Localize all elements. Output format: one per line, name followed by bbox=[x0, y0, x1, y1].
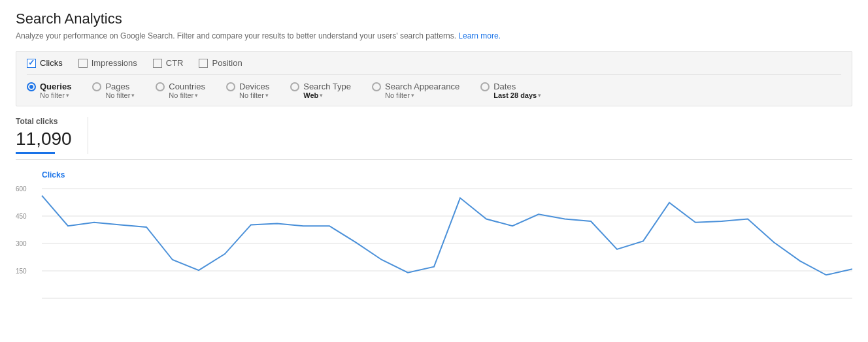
dim-search-appearance[interactable]: Search Appearance No filter ▾ bbox=[372, 82, 459, 99]
pages-radio bbox=[92, 82, 101, 91]
search-type-filter[interactable]: Web ▾ bbox=[303, 91, 351, 99]
svg-text:300: 300 bbox=[16, 240, 27, 247]
filter-bar: Clicks Impressions CTR Position bbox=[16, 51, 852, 106]
metric-clicks[interactable]: Clicks bbox=[27, 58, 63, 68]
devices-caret: ▾ bbox=[265, 92, 269, 99]
dim-pages[interactable]: Pages No filter ▾ bbox=[92, 82, 135, 99]
countries-filter[interactable]: No filter ▾ bbox=[169, 91, 205, 99]
devices-radio bbox=[226, 82, 235, 91]
metric-ctr[interactable]: CTR bbox=[153, 58, 184, 68]
total-clicks-block: Total clicks 11,090 bbox=[16, 117, 88, 154]
svg-text:150: 150 bbox=[16, 268, 27, 275]
chart-label-clicks: Clicks bbox=[42, 170, 852, 179]
metric-position[interactable]: Position bbox=[199, 58, 242, 68]
search-appearance-radio bbox=[372, 82, 381, 91]
search-appearance-filter[interactable]: No filter ▾ bbox=[385, 91, 459, 99]
countries-radio bbox=[156, 82, 165, 91]
stats-row: Total clicks 11,090 bbox=[16, 106, 852, 160]
page-title: Search Analytics bbox=[16, 10, 852, 27]
search-type-radio bbox=[290, 82, 299, 91]
pages-filter[interactable]: No filter ▾ bbox=[105, 91, 135, 99]
queries-filter[interactable]: No filter ▾ bbox=[40, 91, 71, 99]
dim-countries[interactable]: Countries No filter ▾ bbox=[156, 82, 205, 99]
dim-queries[interactable]: Queries No filter ▾ bbox=[27, 82, 71, 99]
dim-devices[interactable]: Devices No filter ▾ bbox=[226, 82, 269, 99]
dates-radio bbox=[480, 82, 490, 91]
dates-caret: ▾ bbox=[538, 92, 541, 99]
learn-more-link[interactable]: Learn more. bbox=[458, 31, 501, 40]
clicks-checkbox bbox=[27, 59, 36, 68]
search-appearance-caret: ▾ bbox=[411, 92, 414, 99]
metric-row: Clicks Impressions CTR Position bbox=[27, 58, 841, 75]
countries-caret: ▾ bbox=[195, 92, 198, 99]
dimension-row: Queries No filter ▾ Pages No filter ▾ bbox=[27, 75, 841, 99]
ctr-checkbox bbox=[153, 59, 162, 68]
dates-filter[interactable]: Last 28 days ▾ bbox=[493, 91, 541, 99]
total-clicks-value: 11,090 bbox=[16, 129, 72, 149]
dim-dates[interactable]: Dates Last 28 days ▾ bbox=[480, 82, 541, 99]
page-subtitle: Analyze your performance on Google Searc… bbox=[16, 31, 852, 40]
pages-caret: ▾ bbox=[131, 92, 135, 99]
dim-search-type[interactable]: Search Type Web ▾ bbox=[290, 82, 351, 99]
chart-area: Clicks 600 450 300 150 bbox=[16, 165, 852, 313]
total-clicks-label: Total clicks bbox=[16, 117, 72, 126]
metric-impressions[interactable]: Impressions bbox=[78, 58, 137, 68]
svg-text:450: 450 bbox=[16, 213, 27, 220]
devices-filter[interactable]: No filter ▾ bbox=[239, 91, 269, 99]
chart-container: 600 450 300 150 bbox=[16, 182, 852, 313]
queries-radio bbox=[27, 82, 36, 91]
search-type-caret: ▾ bbox=[320, 92, 323, 99]
impressions-checkbox bbox=[78, 59, 88, 68]
line-chart: 600 450 300 150 bbox=[16, 182, 852, 313]
queries-caret: ▾ bbox=[66, 92, 69, 99]
position-checkbox bbox=[199, 59, 208, 68]
svg-text:600: 600 bbox=[16, 185, 27, 193]
queries-radio-fill bbox=[29, 85, 33, 89]
stat-underline bbox=[16, 152, 55, 154]
